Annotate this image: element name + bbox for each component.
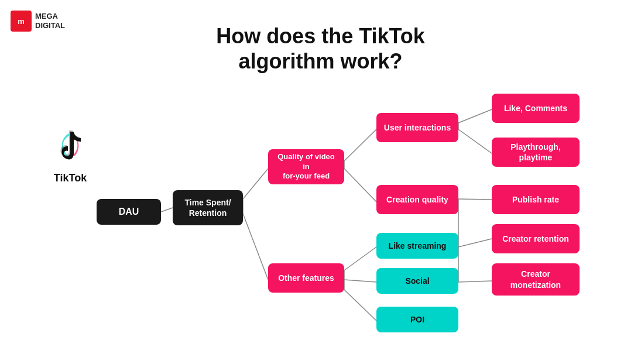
tiktok-section: TikTok <box>47 123 94 184</box>
svg-line-14 <box>458 199 492 200</box>
tiktok-label: TikTok <box>54 172 87 184</box>
quality-video-box: Quality of video infor-your feed <box>268 149 344 184</box>
playthrough-box: Playthrough,playtime <box>492 138 580 167</box>
svg-line-0 <box>161 208 173 212</box>
svg-line-9 <box>344 290 376 321</box>
creation-quality-box: Creation quality <box>376 185 458 214</box>
time-spent-box: Time Spent/Retention <box>173 190 243 225</box>
svg-line-15 <box>458 239 492 247</box>
svg-line-2 <box>243 214 268 280</box>
user-interactions-box: User interactions <box>376 113 458 142</box>
social-box: Social <box>376 268 458 294</box>
creator-monetization-box: Creatormonetization <box>492 263 580 296</box>
svg-line-8 <box>344 280 376 282</box>
creator-retention-box: Creator retention <box>492 224 580 253</box>
dau-box: DAU <box>97 199 161 225</box>
svg-line-1 <box>243 169 268 199</box>
svg-line-16 <box>458 281 492 282</box>
like-comments-box: Like, Comments <box>492 94 580 123</box>
other-features-box: Other features <box>268 263 344 293</box>
svg-line-12 <box>458 129 492 153</box>
poi-box: POI <box>376 307 458 332</box>
svg-line-11 <box>458 109 492 123</box>
svg-line-4 <box>344 129 376 161</box>
tiktok-icon <box>47 123 94 170</box>
like-streaming-box: Like streaming <box>376 233 458 259</box>
svg-line-7 <box>344 247 376 270</box>
svg-line-5 <box>344 169 376 202</box>
publish-rate-box: Publish rate <box>492 185 580 214</box>
page-title: How does the TikTok algorithm work? <box>0 23 641 74</box>
